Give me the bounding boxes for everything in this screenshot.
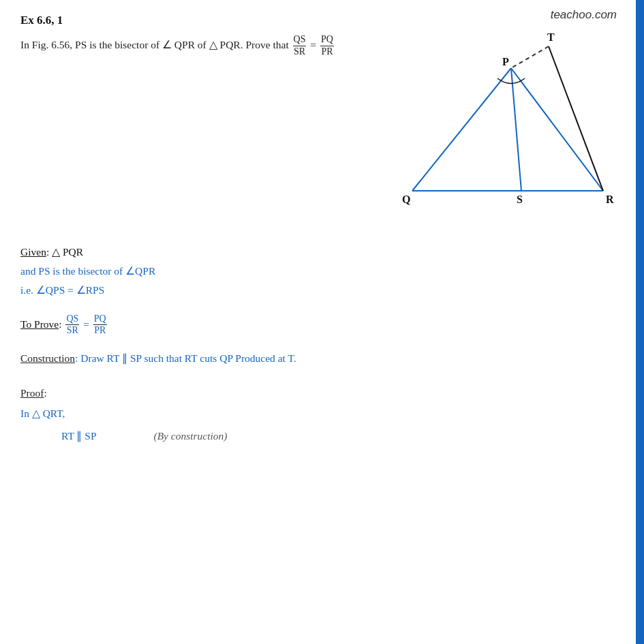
problem-intro: In Fig. 6.56, PS is the bisector of ∠ QP…: [20, 39, 289, 50]
equals-sign: =: [310, 39, 316, 50]
to-prove-frac2: PQ PR: [93, 313, 107, 337]
given-label: Given: [20, 246, 46, 258]
given-line2: and PS is the bisector of ∠QPR: [20, 265, 155, 277]
construction-text: : Draw RT ∥ SP such that RT cuts QP Prod…: [75, 352, 296, 364]
qs-numerator: QS: [293, 34, 307, 46]
to-prove-frac2-num: PQ: [93, 313, 107, 326]
svg-text:Q: Q: [402, 194, 410, 205]
to-prove-equals: =: [83, 318, 89, 330]
svg-line-0: [412, 68, 511, 191]
proof-colon: :: [44, 387, 46, 399]
to-prove-colon: :: [59, 318, 64, 330]
proof-rt-sp: RT ∥ SP: [61, 430, 97, 442]
problem-text: In Fig. 6.56, PS is the bisector of ∠ QP…: [20, 34, 392, 58]
svg-line-5: [511, 46, 549, 68]
brand-label: teachoo.com: [551, 8, 617, 22]
svg-text:R: R: [606, 194, 614, 205]
svg-text:S: S: [517, 194, 523, 205]
construction-label: Construction: [20, 352, 75, 364]
triangle-diagram: T P Q S R: [392, 27, 624, 232]
problem-row: In Fig. 6.56, PS is the bisector of ∠ QP…: [20, 34, 624, 234]
to-prove-section: To Prove: QS SR = PQ PR: [20, 313, 624, 337]
fraction-qs-sr: QS SR: [293, 34, 307, 58]
given-line1: : △ PQR: [46, 246, 83, 258]
proof-indent-block: RT ∥ SP (By construction): [20, 426, 228, 446]
to-prove-label: To Prove: [20, 318, 59, 330]
svg-text:P: P: [502, 56, 509, 67]
pq-denominator: PR: [320, 46, 333, 58]
svg-text:T: T: [547, 31, 555, 43]
proof-by-construction: (By construction): [153, 430, 227, 442]
to-prove-frac1-num: QS: [65, 313, 79, 326]
proof-label: Proof: [20, 387, 44, 399]
to-prove-frac1-den: SR: [66, 325, 79, 337]
given-line3: i.e. ∠QPS = ∠RPS: [20, 284, 104, 296]
construction-section: Construction: Draw RT ∥ SP such that RT …: [20, 349, 624, 368]
svg-line-3: [511, 68, 521, 191]
to-prove-frac2-den: PR: [93, 325, 106, 337]
svg-line-4: [549, 46, 603, 191]
svg-line-1: [511, 68, 603, 191]
exercise-title: Ex 6.6, 1: [20, 14, 624, 27]
given-section: Given: △ PQR and PS is the bisector of ∠…: [20, 243, 624, 300]
diagram-area: T P Q S R: [392, 27, 624, 234]
proof-line1: In △ QRT,: [20, 408, 65, 419]
page-content: teachoo.com Ex 6.6, 1 In Fig. 6.56, PS i…: [0, 0, 644, 466]
fraction-pq-pr: PQ PR: [320, 34, 334, 58]
to-prove-frac1: QS SR: [65, 313, 79, 337]
proof-section: Proof: In △ QRT, RT ∥ SP (By constructio…: [20, 383, 624, 446]
pq-numerator: PQ: [320, 34, 334, 46]
qs-denominator: SR: [293, 46, 306, 58]
